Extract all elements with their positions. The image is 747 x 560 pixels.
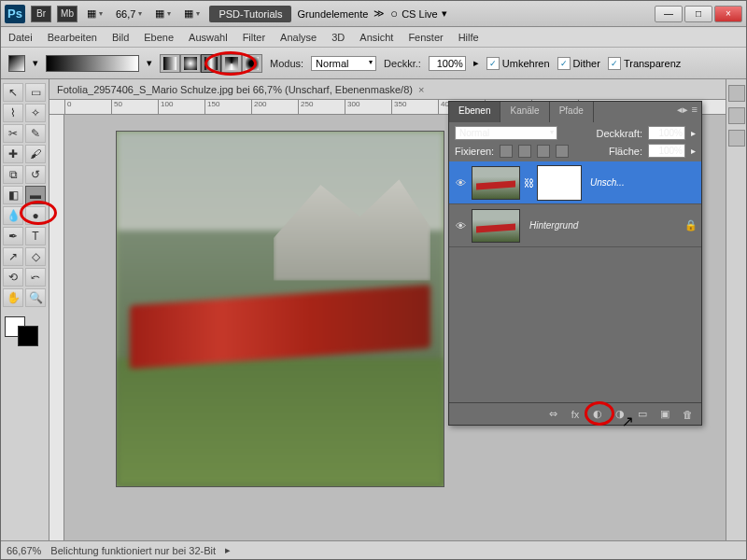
layer-name[interactable]: Hintergrund: [524, 220, 681, 231]
gradient-angle-button[interactable]: [221, 54, 242, 73]
workspace-more-icon[interactable]: ≫: [374, 7, 385, 20]
panel-icon-adjustments[interactable]: [728, 107, 745, 124]
reverse-checkbox[interactable]: Umkehren: [486, 57, 550, 70]
layer-opacity-input[interactable]: 100%: [648, 126, 685, 140]
tab-ebenen[interactable]: Ebenen: [449, 102, 500, 122]
status-zoom[interactable]: 66,67%: [7, 545, 41, 556]
link-layers-icon[interactable]: ⇔: [546, 408, 559, 421]
gradient-preview[interactable]: [46, 55, 139, 72]
gradient-diamond-button[interactable]: [242, 54, 262, 73]
gradient-reflected-button[interactable]: [201, 54, 221, 73]
menu-datei[interactable]: Datei: [8, 32, 33, 43]
blur-tool[interactable]: 💧: [3, 206, 23, 225]
menu-hilfe[interactable]: Hilfe: [458, 32, 479, 43]
pen-tool[interactable]: ✒: [3, 227, 23, 245]
lock-position-icon[interactable]: [537, 145, 550, 158]
layer-item[interactable]: 👁 ⛓ Unsch...: [449, 161, 701, 204]
layer-name[interactable]: Unsch...: [585, 177, 698, 188]
close-tab-icon[interactable]: ×: [418, 84, 424, 95]
history-brush-tool[interactable]: ↺: [25, 165, 46, 184]
minibridge-icon[interactable]: Mb: [57, 6, 78, 22]
move-tool[interactable]: ↖: [3, 83, 23, 102]
fill-input[interactable]: 100%: [648, 144, 685, 158]
gradient-linear-button[interactable]: [160, 54, 180, 73]
visibility-icon[interactable]: 👁: [453, 177, 468, 189]
blend-mode-select[interactable]: Normal: [311, 56, 376, 71]
document-title: Fotolia_2957406_S_Mario Schulze.jpg bei …: [57, 84, 413, 95]
add-mask-icon[interactable]: ◐: [591, 408, 604, 421]
layer-mask-thumbnail[interactable]: [538, 166, 581, 200]
panel-menu-icon[interactable]: ≡: [692, 104, 698, 120]
psd-tutorials-badge[interactable]: PSD-Tutorials: [209, 6, 291, 22]
workspace-name[interactable]: Grundelemente: [297, 8, 368, 20]
layer-thumbnail[interactable]: [472, 209, 520, 243]
color-swatches[interactable]: [3, 315, 40, 348]
tab-pfade[interactable]: Pfade: [550, 102, 594, 122]
brush-tool[interactable]: 🖌: [25, 145, 46, 163]
background-color[interactable]: [18, 326, 38, 346]
delete-layer-icon[interactable]: 🗑: [681, 408, 694, 421]
marquee-tool[interactable]: ▭: [25, 83, 46, 102]
layer-blend-select[interactable]: Normal: [455, 126, 557, 140]
gradient-radial-button[interactable]: [180, 54, 201, 73]
panel-collapse-icon[interactable]: ◂▸: [677, 104, 688, 120]
cs-live-button[interactable]: CS Live ▾: [390, 7, 446, 21]
crop-tool[interactable]: ✂: [3, 124, 23, 143]
zoom-dropdown[interactable]: 66,7: [112, 7, 146, 21]
panel-icon-styles[interactable]: [728, 130, 745, 147]
layer-thumbnail[interactable]: [472, 166, 520, 200]
shape-tool[interactable]: ◇: [25, 247, 46, 266]
menu-3d[interactable]: 3D: [331, 32, 345, 43]
arrange-dropdown[interactable]: ▦: [180, 6, 204, 21]
bridge-icon[interactable]: Br: [31, 6, 51, 22]
screen-mode-dropdown[interactable]: ▦: [83, 6, 106, 21]
hand-tool[interactable]: ✋: [3, 288, 23, 307]
lock-transparency-icon[interactable]: [500, 145, 513, 158]
3d-cam-tool[interactable]: ⤺: [25, 268, 46, 287]
panel-icon-layers[interactable]: [728, 85, 745, 102]
mask-link-icon[interactable]: ⛓: [524, 177, 534, 189]
menu-bearbeiten[interactable]: Bearbeiten: [48, 32, 97, 43]
view-extras-dropdown[interactable]: ▦: [151, 6, 175, 21]
menu-ansicht[interactable]: Ansicht: [359, 32, 393, 43]
3d-tool[interactable]: ⟲: [3, 268, 23, 287]
opacity-label: Deckkr.:: [384, 58, 421, 69]
opacity-input[interactable]: 100%: [429, 56, 466, 71]
group-icon[interactable]: ▭: [636, 408, 649, 421]
layers-panel[interactable]: Ebenen Kanäle Pfade ◂▸≡ Normal Deckkraft…: [448, 101, 702, 426]
close-button[interactable]: ×: [714, 6, 742, 22]
canvas[interactable]: [117, 132, 444, 486]
dodge-tool[interactable]: ●: [25, 206, 46, 225]
type-tool[interactable]: T: [25, 227, 46, 245]
path-tool[interactable]: ↗: [3, 247, 23, 266]
menu-bild[interactable]: Bild: [112, 32, 129, 43]
menu-fenster[interactable]: Fenster: [408, 32, 443, 43]
heal-tool[interactable]: ✚: [3, 145, 23, 163]
eyedropper-tool[interactable]: ✎: [25, 124, 46, 143]
stamp-tool[interactable]: ⧉: [3, 165, 23, 184]
menu-ebene[interactable]: Ebene: [144, 32, 174, 43]
maximize-button[interactable]: □: [684, 6, 712, 22]
adjustment-layer-icon[interactable]: ◑: [613, 408, 627, 421]
menu-analyse[interactable]: Analyse: [280, 32, 317, 43]
menu-filter[interactable]: Filter: [243, 32, 265, 43]
transparency-checkbox[interactable]: Transparenz: [608, 57, 681, 70]
lasso-tool[interactable]: ⌇: [3, 104, 23, 122]
tab-kanaele[interactable]: Kanäle: [500, 102, 549, 122]
dither-checkbox[interactable]: Dither: [557, 57, 600, 70]
minimize-button[interactable]: —: [655, 6, 683, 22]
gradient-tool[interactable]: ▬: [25, 186, 46, 204]
visibility-icon[interactable]: 👁: [453, 220, 468, 231]
lock-all-icon[interactable]: [556, 145, 569, 158]
document-tab[interactable]: Fotolia_2957406_S_Mario Schulze.jpg bei …: [49, 79, 726, 100]
gradient-tool-icon[interactable]: [8, 55, 25, 72]
layer-item[interactable]: 👁 Hintergrund 🔒: [449, 204, 701, 247]
wand-tool[interactable]: ✧: [25, 104, 46, 122]
eraser-tool[interactable]: ◧: [3, 186, 23, 204]
layers-footer: ⇔ fx ◐ ◑ ▭ ▣ 🗑: [449, 402, 701, 425]
menu-auswahl[interactable]: Auswahl: [189, 32, 228, 43]
fx-icon[interactable]: fx: [569, 408, 582, 421]
new-layer-icon[interactable]: ▣: [658, 408, 671, 421]
lock-pixels-icon[interactable]: [518, 145, 531, 158]
zoom-tool[interactable]: 🔍: [25, 288, 46, 307]
